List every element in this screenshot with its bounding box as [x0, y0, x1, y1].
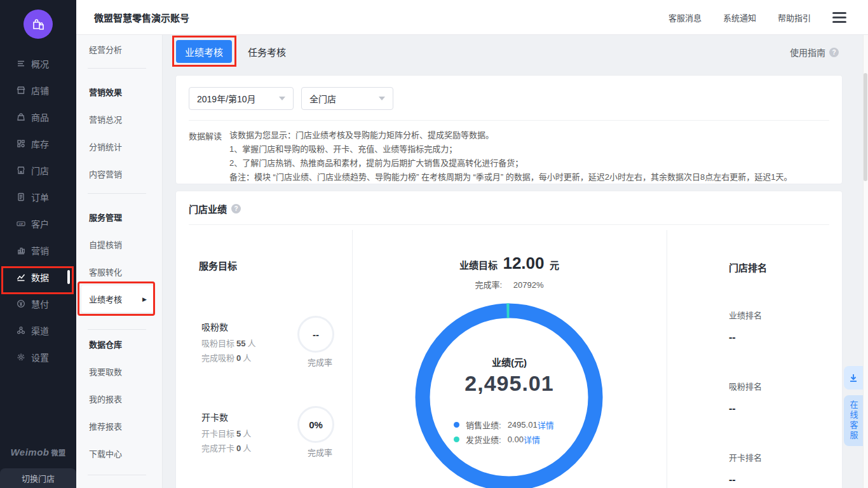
order-icon [17, 193, 25, 201]
fan-count-label: 吸粉数 [201, 320, 228, 333]
submenu-item-service-conversion[interactable]: 客服转化 [89, 266, 122, 278]
switch-store-button[interactable]: 切换门店 [0, 468, 76, 488]
sidebar-item-inventory[interactable]: 库存 [0, 130, 76, 157]
link-help-guide[interactable]: 帮助指引 [778, 11, 811, 24]
submenu-item-pickup-verification[interactable]: 自提核销 [89, 238, 122, 250]
fan-target-row: 吸粉目标55人 [201, 337, 256, 349]
submenu-header-marketing-effect: 营销效果 [89, 86, 122, 98]
card-rate-circle: 0% [297, 406, 334, 443]
active-indicator-bar [67, 270, 70, 284]
submenu-item-business-analysis[interactable]: 经营分析 [89, 43, 122, 55]
fan-rate-circle: -- [297, 316, 334, 353]
primary-sidebar: 概况 店铺 商品 库存 门店 订单 VIP 客户 营销 [0, 0, 76, 488]
submenu-item-performance-assessment[interactable]: 业绩考核 ▶ [81, 285, 153, 313]
submenu-item-download-center[interactable]: 下载中心 [89, 447, 122, 459]
completion-rate-line: 完成率: 20792% [352, 278, 667, 290]
download-float-button[interactable] [844, 366, 863, 390]
store-performance-title: 门店业绩 [189, 202, 227, 215]
online-service-float-button[interactable]: 在线客服 [844, 395, 863, 446]
donut-center-label: 业绩(元) [352, 355, 667, 369]
huifu-icon [17, 299, 25, 308]
weimob-brand-logo: Weimob微盟 [0, 447, 76, 458]
submenu-header-service-management: 服务管理 [89, 211, 122, 223]
interpretation-label: 数据解读 [189, 128, 229, 184]
svg-text:VIP: VIP [19, 222, 24, 226]
submenu-header-data-warehouse: 数据仓库 [89, 338, 122, 350]
performance-rank-value: -- [729, 332, 736, 343]
divider [667, 230, 667, 488]
store-select[interactable]: 全门店 [301, 87, 393, 110]
divider [88, 329, 146, 330]
legend-shipping-performance: 发货业绩: 0.00 详情 [454, 433, 540, 445]
app-window: 概况 店铺 商品 库存 门店 订单 VIP 客户 营销 [0, 0, 868, 488]
sidebar-item-channels[interactable]: 渠道 [0, 317, 76, 344]
submenu-item-get-data[interactable]: 我要取数 [89, 365, 122, 377]
period-select[interactable]: 2019年/第10月 [189, 87, 294, 110]
inventory-icon [17, 139, 25, 148]
performance-target-line: 业绩目标 12.00 元 [352, 254, 667, 273]
shop-icon [17, 86, 25, 95]
fan-rank-value: -- [729, 403, 736, 414]
arrow-right-icon: ▶ [142, 296, 147, 302]
filters-card: 2019年/第10月 全门店 数据解读 该数据为您显示：门店业绩考核及导购能力矩… [175, 75, 843, 184]
help-circle-icon: ? [829, 48, 839, 57]
scrollbar-track[interactable] [863, 35, 868, 488]
caret-down-icon [379, 97, 385, 100]
sidebar-item-overview[interactable]: 概况 [0, 50, 76, 77]
caret-down-icon [279, 97, 285, 100]
weimob-logo-icon[interactable] [24, 10, 53, 39]
sidebar-item-settings[interactable]: 设置 [0, 344, 76, 370]
interpretation-text: 该数据为您显示：门店业绩考核及导购能力矩阵分析、提成奖励等数据。 1、掌握门店和… [229, 128, 792, 184]
submenu-item-recommended-reports[interactable]: 推荐报表 [89, 420, 122, 432]
secondary-sidebar: 经营分析 营销效果 营销总况 分销统计 内容营销 服务管理 自提核销 客服转化 … [76, 35, 163, 488]
legend-dot-blue [454, 422, 459, 428]
tab-task-assessment[interactable]: 任务考核 [248, 45, 286, 58]
divider [88, 193, 146, 194]
shipping-detail-link[interactable]: 详情 [524, 433, 540, 445]
account-title: 微盟智慧零售演示账号 [94, 11, 189, 24]
divider [88, 475, 146, 475]
donut-center-value: 2,495.01 [352, 371, 667, 396]
customer-vip-icon: VIP [17, 219, 25, 228]
overview-icon [17, 59, 25, 68]
divider [88, 68, 146, 69]
sidebar-item-store[interactable]: 门店 [0, 157, 76, 184]
tab-performance-assessment[interactable]: 业绩考核 [176, 40, 232, 63]
sidebar-item-customers[interactable]: VIP 客户 [0, 210, 76, 237]
sidebar-item-marketing[interactable]: 营销 [0, 237, 76, 264]
card-target-row: 开卡目标5人 [201, 427, 251, 439]
link-service-messages[interactable]: 客服消息 [668, 11, 702, 24]
sidebar-item-huifu[interactable]: 慧付 [0, 290, 76, 317]
sidebar-item-orders[interactable]: 订单 [0, 184, 76, 210]
hamburger-menu-icon[interactable] [832, 12, 846, 23]
sidebar-item-data[interactable]: 数据 [0, 264, 76, 290]
fan-rate-label: 完成率 [308, 356, 332, 368]
card-count-label: 开卡数 [201, 410, 228, 423]
link-system-notifications[interactable]: 系统通知 [723, 11, 756, 24]
sales-detail-link[interactable]: 详情 [538, 419, 554, 431]
submenu-item-my-reports[interactable]: 我的报表 [89, 393, 122, 405]
marketing-icon [17, 246, 25, 255]
card-rank-value: -- [729, 474, 736, 485]
store-ranking-title: 门店排名 [729, 261, 767, 274]
performance-rank-label: 业绩排名 [729, 309, 762, 321]
store-icon [17, 166, 25, 175]
fan-done-row: 完成吸粉0人 [201, 351, 251, 363]
sidebar-item-goods[interactable]: 商品 [0, 104, 76, 130]
scrollbar-thumb[interactable] [864, 73, 867, 181]
top-header: 微盟智慧零售演示账号 客服消息 系统通知 帮助指引 [76, 0, 868, 35]
help-circle-icon[interactable]: ? [231, 204, 241, 214]
sidebar-item-shop[interactable]: 店铺 [0, 77, 76, 104]
data-icon [17, 273, 25, 281]
legend-sales-performance: 销售业绩: 2495.01 详情 [454, 419, 554, 431]
submenu-item-distribution-stats[interactable]: 分销统计 [89, 140, 122, 152]
goods-icon [17, 112, 25, 121]
store-performance-card: 门店业绩 ? 服务目标 吸粉数 吸粉目标55人 完成吸粉0人 -- 完成率 [175, 191, 843, 488]
usage-guide-link[interactable]: 使用指南 ? [790, 46, 839, 58]
settings-icon [17, 353, 25, 362]
main-content: 业绩考核 任务考核 使用指南 ? 2019年/第10月 全门店 [163, 35, 868, 488]
legend-dot-teal [454, 437, 459, 442]
submenu-item-content-marketing[interactable]: 内容营销 [89, 168, 122, 180]
download-icon [848, 373, 858, 383]
submenu-item-marketing-overview[interactable]: 营销总况 [89, 113, 122, 125]
